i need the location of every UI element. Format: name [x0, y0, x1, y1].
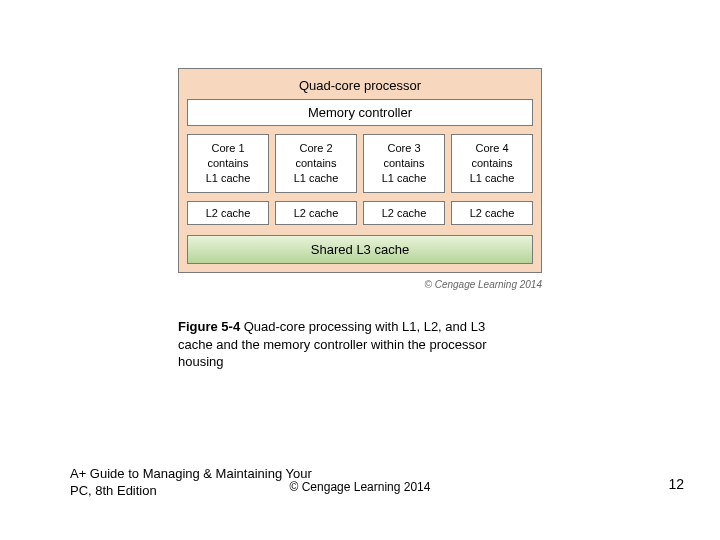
l2-cache-1-box: L2 cache	[187, 201, 269, 225]
core-name: Core 3	[366, 141, 442, 156]
diagram-figure: Quad-core processor Memory controller Co…	[178, 68, 542, 290]
footer-copyright: © Cengage Learning 2014	[0, 480, 720, 494]
core-contains: contains	[454, 156, 530, 171]
l2-cache-2-box: L2 cache	[275, 201, 357, 225]
core-row: Core 1 contains L1 cache Core 2 contains…	[187, 134, 533, 193]
core-name: Core 1	[190, 141, 266, 156]
l2-cache-3-box: L2 cache	[363, 201, 445, 225]
core-2-box: Core 2 contains L1 cache	[275, 134, 357, 193]
processor-title: Quad-core processor	[187, 75, 533, 99]
diagram-credit: © Cengage Learning 2014	[178, 279, 542, 290]
core-cache: L1 cache	[278, 171, 354, 186]
core-contains: contains	[190, 156, 266, 171]
core-name: Core 4	[454, 141, 530, 156]
processor-box: Quad-core processor Memory controller Co…	[178, 68, 542, 273]
l2-cache-4-box: L2 cache	[451, 201, 533, 225]
memory-controller-box: Memory controller	[187, 99, 533, 126]
core-3-box: Core 3 contains L1 cache	[363, 134, 445, 193]
core-cache: L1 cache	[366, 171, 442, 186]
figure-label: Figure 5-4	[178, 319, 240, 334]
l2-row: L2 cache L2 cache L2 cache L2 cache	[187, 201, 533, 225]
core-cache: L1 cache	[454, 171, 530, 186]
core-cache: L1 cache	[190, 171, 266, 186]
core-name: Core 2	[278, 141, 354, 156]
l3-cache-box: Shared L3 cache	[187, 235, 533, 264]
slide: Quad-core processor Memory controller Co…	[0, 0, 720, 540]
core-4-box: Core 4 contains L1 cache	[451, 134, 533, 193]
core-1-box: Core 1 contains L1 cache	[187, 134, 269, 193]
core-contains: contains	[366, 156, 442, 171]
core-contains: contains	[278, 156, 354, 171]
footer-page-number: 12	[668, 476, 684, 492]
figure-caption: Figure 5-4 Quad-core processing with L1,…	[178, 318, 508, 371]
